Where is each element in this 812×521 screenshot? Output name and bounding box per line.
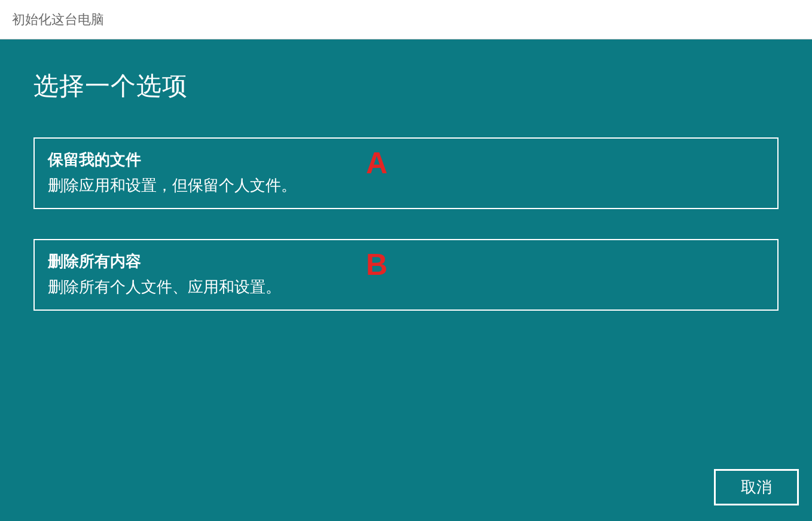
option-keep-files[interactable]: 保留我的文件 删除应用和设置，但保留个人文件。 A bbox=[33, 137, 779, 209]
page-heading: 选择一个选项 bbox=[33, 69, 779, 103]
cancel-button[interactable]: 取消 bbox=[714, 469, 799, 505]
option-remove-everything-description: 删除所有个人文件、应用和设置。 bbox=[48, 277, 764, 298]
main-panel: 选择一个选项 保留我的文件 删除应用和设置，但保留个人文件。 A 删除所有内容 … bbox=[0, 39, 812, 521]
window-title: 初始化这台电脑 bbox=[12, 11, 104, 29]
titlebar: 初始化这台电脑 bbox=[0, 0, 812, 39]
footer: 取消 bbox=[714, 469, 799, 505]
option-keep-files-description: 删除应用和设置，但保留个人文件。 bbox=[48, 175, 764, 196]
option-remove-everything[interactable]: 删除所有内容 删除所有个人文件、应用和设置。 B bbox=[33, 239, 779, 311]
option-keep-files-title: 保留我的文件 bbox=[48, 149, 764, 170]
option-remove-everything-title: 删除所有内容 bbox=[48, 251, 764, 272]
